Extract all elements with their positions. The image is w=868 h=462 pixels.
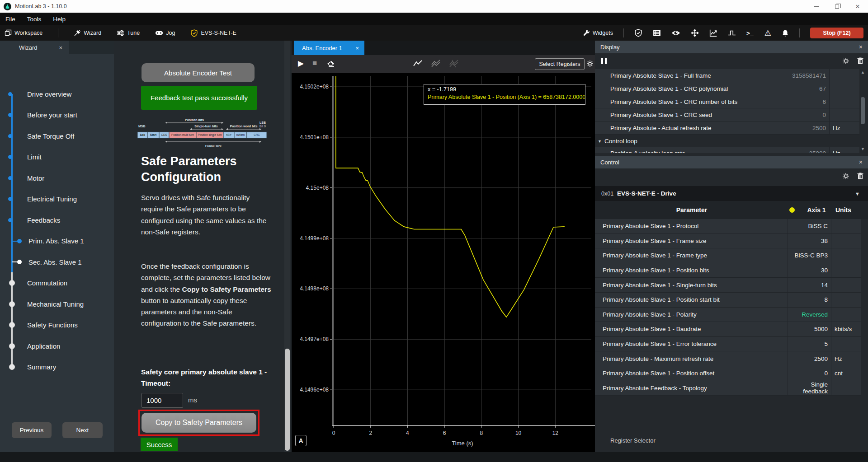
multi-trace-icon[interactable]: [431, 60, 441, 70]
single-trace-icon[interactable]: [413, 60, 423, 70]
parameter-row[interactable]: Primary Absolute Slave 1 - Protocol BiSS…: [595, 219, 861, 234]
menu-tools[interactable]: Tools: [27, 16, 42, 23]
x-tick-label: 10: [515, 430, 522, 436]
display-trash-icon[interactable]: [857, 57, 863, 65]
wizard-button[interactable]: Wizard: [74, 29, 101, 37]
wizard-step[interactable]: Summary: [0, 357, 114, 378]
notifications-bell-icon[interactable]: [782, 29, 789, 37]
scope-settings-gear-icon[interactable]: [586, 60, 594, 69]
wizard-step[interactable]: Sec. Abs. Slave 1: [0, 252, 114, 273]
parameter-unit: [831, 263, 861, 278]
display-register-list: Primary Absolute Slave 1 - Full frame 31…: [595, 69, 859, 135]
stop-button[interactable]: Stop (F12): [810, 28, 863, 38]
watch-eye-icon[interactable]: [671, 29, 680, 37]
wizard-tab-close-icon[interactable]: ×: [59, 44, 62, 51]
scroll-up-icon[interactable]: ▲: [859, 70, 866, 75]
next-button[interactable]: Next: [62, 422, 103, 438]
register-selector-link[interactable]: Register Selector: [610, 437, 656, 444]
parameter-row[interactable]: Primary Absolute Feedback - Topology Sin…: [595, 381, 861, 396]
scrollbar-thumb[interactable]: [285, 349, 290, 451]
scope-chart-icon[interactable]: [709, 29, 717, 37]
wizard-step[interactable]: Limit: [0, 147, 114, 168]
warning-icon[interactable]: ⚠: [764, 28, 771, 38]
control-trash-icon[interactable]: [857, 173, 863, 180]
autoscale-button[interactable]: A: [295, 435, 307, 446]
parameter-value: Single feedback: [788, 381, 831, 396]
parameter-row[interactable]: Primary Absolute Slave 1 - Error toleran…: [595, 337, 861, 352]
device-status-button[interactable]: EVS-S-NET-E: [190, 29, 236, 37]
close-button[interactable]: ✕: [847, 0, 868, 13]
split-trace-icon[interactable]: [449, 60, 459, 70]
workspace-button[interactable]: Workspace: [5, 29, 42, 37]
scrollbar-thumb[interactable]: [861, 97, 865, 124]
wizard-step[interactable]: Drive overview: [0, 84, 114, 105]
parameter-row[interactable]: Primary Absolute Slave 1 - Position offs…: [595, 366, 861, 381]
wizard-step[interactable]: Commutation: [0, 273, 114, 294]
absolute-encoder-test-button[interactable]: Absolute Encoder Test: [142, 63, 255, 82]
parameter-row[interactable]: Primary Absolute Slave 1 - Frame size 38: [595, 234, 861, 249]
wizard-step[interactable]: Prim. Abs. Slave 1: [0, 231, 114, 252]
wizard-step[interactable]: Electrical Tuning: [0, 189, 114, 210]
x-tick-label: 4: [406, 430, 409, 436]
step-label: Safety Functions: [27, 321, 78, 329]
restore-button[interactable]: [826, 0, 847, 13]
widgets-button[interactable]: Widgets: [583, 29, 613, 37]
display-scrollbar[interactable]: ▲ ▼: [859, 69, 866, 152]
wizard-tab[interactable]: Wizard ×: [0, 41, 69, 54]
parameter-row[interactable]: Primary Absolute Slave 1 - Position bits…: [595, 263, 861, 278]
menu-file[interactable]: File: [5, 16, 15, 23]
parameter-row[interactable]: Primary Absolute Slave 1 - Frame type Bi…: [595, 248, 861, 263]
wizard-step[interactable]: Mechanical Tuning: [0, 294, 114, 315]
copy-to-safety-parameters-button[interactable]: Copy to Safety Parameters: [142, 413, 256, 433]
wizard-step[interactable]: Application: [0, 336, 114, 357]
display-register-row[interactable]: Primary Absolute Slave 1 - CRC number of…: [595, 95, 859, 108]
content-scrollbar[interactable]: [284, 41, 290, 452]
wizard-step[interactable]: Feedbacks: [0, 210, 114, 231]
device-selector[interactable]: 0x01 EVS-S-NET-E - Drive ▼: [595, 186, 868, 201]
wizard-step[interactable]: Before your start: [0, 105, 114, 126]
control-settings-gear-icon[interactable]: [842, 173, 849, 180]
parameter-unit: [831, 278, 861, 292]
display-close-icon[interactable]: ×: [859, 43, 863, 51]
display-settings-gear-icon[interactable]: [842, 57, 849, 65]
play-icon[interactable]: ▶: [298, 59, 304, 68]
scroll-down-icon[interactable]: ▼: [859, 147, 866, 151]
position-chart[interactable]: 4.1502e+084.1501e+084.15e+084.1499e+084.…: [292, 73, 595, 452]
parameter-row[interactable]: Primary Absolute - Maximum refresh rate …: [595, 351, 861, 366]
control-close-icon[interactable]: ×: [859, 159, 863, 166]
wizard-step[interactable]: Safe Torque Off: [0, 126, 114, 147]
abs-encoder-tab-close-icon[interactable]: ×: [355, 45, 359, 51]
minimize-button[interactable]: [806, 0, 826, 13]
register-label: Primary Absolute Slave 1 - Full frame: [595, 72, 786, 79]
menu-help[interactable]: Help: [53, 16, 66, 23]
display-register-row[interactable]: Primary Absolute Slave 1 - CRC polynomia…: [595, 82, 859, 95]
parameter-row[interactable]: Primary Absolute Slave 1 - Baudrate 5000…: [595, 322, 861, 337]
jog-button[interactable]: Jog: [155, 29, 175, 37]
move-icon[interactable]: [691, 29, 699, 37]
parameter-label: Primary Absolute Slave 1 - Frame size: [595, 238, 788, 244]
display-register-row[interactable]: Primary Absolute Slave 1 - Full frame 31…: [595, 69, 859, 82]
x-tick-label: 6: [443, 430, 446, 436]
display-register-row[interactable]: Position & velocity loop rate 25000 Hz: [595, 147, 859, 153]
terminal-icon[interactable]: >_: [746, 30, 754, 37]
parameter-row[interactable]: Primary Absolute Slave 1 - Single-turn b…: [595, 278, 861, 293]
parameter-label: Primary Absolute - Maximum refresh rate: [595, 355, 788, 362]
parameter-row[interactable]: Primary Absolute Slave 1 - Polarity Reve…: [595, 308, 861, 322]
control-loop-section[interactable]: ▾ Control loop: [595, 135, 859, 147]
select-registers-button[interactable]: Select Registers: [535, 58, 585, 70]
register-list-icon[interactable]: [653, 29, 661, 37]
abs-encoder-tab[interactable]: Abs. Encoder 1 ×: [294, 41, 364, 55]
wizard-step[interactable]: Safety Functions: [0, 315, 114, 336]
wizard-step[interactable]: Motor: [0, 168, 114, 189]
clear-eraser-icon[interactable]: [327, 60, 335, 69]
stop-icon[interactable]: ■: [312, 59, 317, 68]
display-register-row[interactable]: Primary Absolute - Actual refresh rate 2…: [595, 121, 859, 135]
square-wave-icon[interactable]: [728, 29, 736, 37]
timeout-input[interactable]: [142, 393, 183, 408]
pause-icon[interactable]: [601, 58, 607, 64]
safety-shield-icon[interactable]: [634, 29, 642, 37]
tune-button[interactable]: Tune: [117, 29, 140, 37]
display-register-row[interactable]: Primary Absolute Slave 1 - CRC seed 0: [595, 108, 859, 121]
parameter-row[interactable]: Primary Absolute Slave 1 - Position star…: [595, 293, 861, 308]
previous-button[interactable]: Previous: [12, 422, 52, 438]
